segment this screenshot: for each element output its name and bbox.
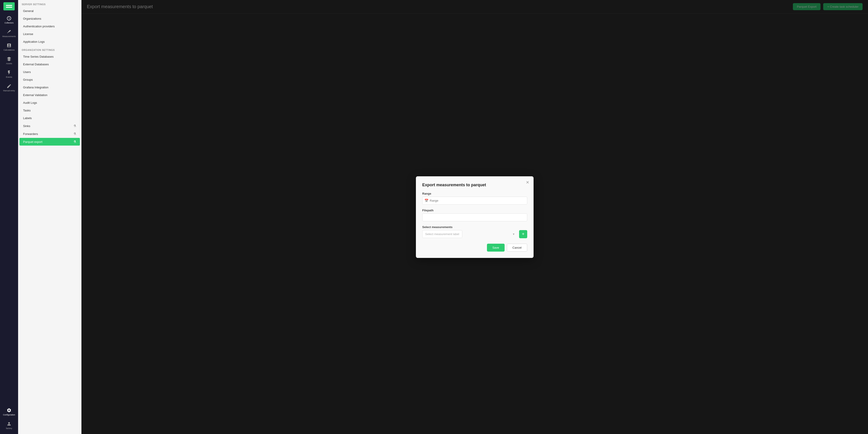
server-settings-section-title: SERVER SETTINGS — [18, 0, 81, 7]
sidebar-item-authentication-providers[interactable]: Authentication providers — [20, 23, 80, 30]
modal-close-button[interactable]: ✕ — [525, 179, 530, 186]
calendar-icon: 📅 — [425, 199, 428, 202]
range-label: Range — [422, 192, 527, 195]
sidebar-item-time-series-databases[interactable]: Time Series Databases — [20, 53, 80, 60]
select-measurements-row: Select measurement label ▼ + — [422, 230, 527, 238]
modal-footer: Save Cancel — [422, 244, 527, 252]
app-logo — [3, 2, 15, 10]
nav-item-manual-entry[interactable]: Manual entry — [1, 81, 17, 94]
sidebar-item-application-logs[interactable]: Application Logs — [20, 38, 80, 45]
nav-item-configuration-label: Configuration — [3, 414, 15, 416]
range-input[interactable] — [422, 197, 527, 205]
nav-item-factory-label: factory — [6, 427, 12, 430]
filepath-form-group: Filepath — [422, 209, 527, 221]
sidebar-item-general[interactable]: General — [20, 7, 80, 15]
sidebar-item-license[interactable]: License — [20, 30, 80, 38]
settings-sidebar: SERVER SETTINGS General Organizations Au… — [18, 0, 82, 434]
sidebar-item-organizations[interactable]: Organizations — [20, 15, 80, 22]
add-measurement-button[interactable]: + — [519, 230, 527, 238]
nav-item-measurements-label: Measurements — [2, 35, 16, 37]
export-modal: ✕ Export measurements to parquet Range 📅… — [416, 176, 533, 258]
modal-title: Export measurements to parquet — [422, 182, 527, 188]
nav-item-collectors[interactable]: Collectors — [1, 13, 17, 26]
select-measurements-form-group: Select measurements Select measurement l… — [422, 225, 527, 238]
nav-item-measurements[interactable]: Measurements — [1, 27, 17, 40]
main-content-area: Export measurements to parquet Parquet E… — [82, 0, 868, 434]
measurement-select-wrapper: Select measurement label ▼ — [422, 230, 517, 238]
nav-item-events-label: Events — [6, 76, 12, 78]
nav-item-configuration[interactable]: Configuration — [1, 405, 17, 418]
sidebar-item-external-databases[interactable]: External Databases — [20, 61, 80, 68]
nav-item-assets[interactable]: Assets — [1, 54, 17, 67]
nav-item-factory[interactable]: factory — [1, 419, 17, 432]
filepath-input[interactable] — [422, 213, 527, 221]
sidebar-item-labels[interactable]: Labels — [20, 114, 80, 122]
nav-item-collectors-label: Collectors — [4, 22, 13, 24]
range-input-wrapper: 📅 — [422, 197, 527, 205]
sidebar-item-parquet-export[interactable]: Parquet export ⚗ — [20, 138, 80, 145]
nav-sidebar: Collectors Measurements Calculations Ass… — [0, 0, 18, 434]
sidebar-item-external-validation[interactable]: External Validation — [20, 91, 80, 99]
measurement-select[interactable]: Select measurement label — [422, 230, 462, 238]
select-measurements-label: Select measurements — [422, 225, 527, 229]
save-button[interactable]: Save — [487, 244, 505, 252]
forwarders-warning-icon: ⚗ — [73, 132, 76, 136]
nav-item-assets-label: Assets — [6, 62, 12, 65]
org-settings-section-title: ORGANIZATION SETTINGS — [18, 46, 81, 53]
parquet-export-warning-icon: ⚗ — [73, 140, 76, 143]
range-form-group: Range 📅 — [422, 192, 527, 205]
sidebar-item-users[interactable]: Users — [20, 68, 80, 76]
nav-item-calculations[interactable]: Calculations — [1, 41, 17, 53]
cancel-button[interactable]: Cancel — [507, 244, 527, 252]
nav-item-events[interactable]: Events — [1, 68, 17, 80]
nav-item-manual-entry-label: Manual entry — [3, 90, 15, 92]
sidebar-item-groups[interactable]: Groups — [20, 76, 80, 84]
sinks-warning-icon: ⚗ — [73, 124, 76, 128]
filepath-label: Filepath — [422, 209, 527, 212]
sidebar-item-forwarders[interactable]: Forwarders ⚗ — [20, 130, 80, 138]
sidebar-item-audit-logs[interactable]: Audit Logs — [20, 99, 80, 106]
chevron-down-icon: ▼ — [512, 233, 515, 236]
sidebar-item-sinks[interactable]: Sinks ⚗ — [20, 122, 80, 130]
nav-item-calculations-label: Calculations — [3, 49, 14, 51]
sidebar-item-tasks[interactable]: Tasks — [20, 107, 80, 114]
modal-overlay: ✕ Export measurements to parquet Range 📅… — [82, 0, 868, 434]
sidebar-item-grafana-integration[interactable]: Grafana Integration — [20, 84, 80, 91]
